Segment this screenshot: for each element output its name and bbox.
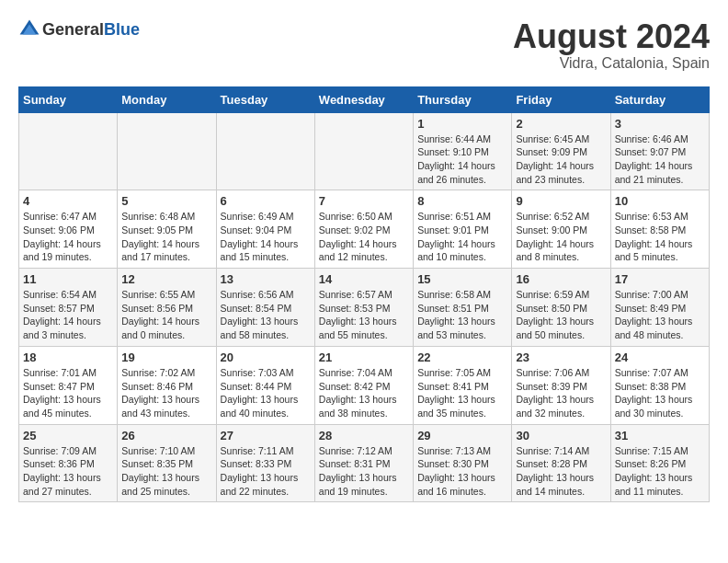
calendar-cell — [19, 112, 118, 190]
day-number: 26 — [121, 429, 211, 442]
day-number: 12 — [121, 272, 211, 286]
day-info: Sunrise: 6:57 AM Sunset: 8:53 PM Dayligh… — [319, 288, 409, 342]
day-number: 31 — [615, 429, 705, 442]
logo-blue: Blue — [104, 20, 140, 39]
day-info: Sunrise: 7:11 AM Sunset: 8:33 PM Dayligh… — [221, 444, 311, 499]
calendar-cell: 30Sunrise: 7:14 AM Sunset: 8:28 PM Dayli… — [512, 424, 610, 502]
day-number: 19 — [121, 350, 211, 364]
calendar-cell: 24Sunrise: 7:07 AM Sunset: 8:38 PM Dayli… — [610, 346, 709, 424]
column-header-thursday: Thursday — [414, 86, 512, 112]
day-number: 3 — [615, 117, 705, 131]
calendar-cell: 7Sunrise: 6:50 AM Sunset: 9:02 PM Daylig… — [314, 190, 413, 269]
day-number: 23 — [516, 350, 606, 364]
day-number: 18 — [23, 350, 113, 364]
calendar-cell: 4Sunrise: 6:47 AM Sunset: 9:06 PM Daylig… — [19, 190, 118, 269]
day-number: 25 — [23, 429, 113, 442]
calendar-cell — [314, 112, 413, 190]
calendar-table: SundayMondayTuesdayWednesdayThursdayFrid… — [18, 86, 710, 503]
calendar-cell: 18Sunrise: 7:01 AM Sunset: 8:47 PM Dayli… — [19, 346, 118, 424]
day-number: 17 — [615, 272, 705, 286]
calendar-cell: 5Sunrise: 6:48 AM Sunset: 9:05 PM Daylig… — [118, 190, 216, 269]
day-number: 21 — [319, 350, 409, 364]
calendar-cell: 19Sunrise: 7:02 AM Sunset: 8:46 PM Dayli… — [118, 346, 216, 424]
calendar-cell: 15Sunrise: 6:58 AM Sunset: 8:51 PM Dayli… — [414, 269, 512, 347]
day-info: Sunrise: 6:48 AM Sunset: 9:05 PM Dayligh… — [121, 210, 211, 264]
title-block: August 2024 Vidra, Catalonia, Spain — [513, 18, 710, 72]
calendar-cell: 26Sunrise: 7:10 AM Sunset: 8:35 PM Dayli… — [118, 424, 216, 502]
day-info: Sunrise: 6:50 AM Sunset: 9:02 PM Dayligh… — [319, 210, 409, 264]
column-header-friday: Friday — [512, 86, 610, 112]
calendar-cell: 8Sunrise: 6:51 AM Sunset: 9:01 PM Daylig… — [414, 190, 512, 269]
day-info: Sunrise: 6:49 AM Sunset: 9:04 PM Dayligh… — [221, 210, 311, 264]
calendar-cell: 10Sunrise: 6:53 AM Sunset: 8:58 PM Dayli… — [610, 190, 709, 269]
column-header-saturday: Saturday — [610, 86, 709, 112]
calendar-cell: 20Sunrise: 7:03 AM Sunset: 8:44 PM Dayli… — [216, 346, 314, 424]
day-info: Sunrise: 6:47 AM Sunset: 9:06 PM Dayligh… — [23, 210, 113, 264]
day-info: Sunrise: 7:06 AM Sunset: 8:39 PM Dayligh… — [516, 366, 606, 420]
day-number: 2 — [516, 117, 606, 131]
day-info: Sunrise: 6:52 AM Sunset: 9:00 PM Dayligh… — [516, 210, 606, 264]
calendar-cell: 28Sunrise: 7:12 AM Sunset: 8:31 PM Dayli… — [314, 424, 413, 502]
calendar-cell: 11Sunrise: 6:54 AM Sunset: 8:57 PM Dayli… — [19, 269, 118, 347]
logo-icon — [18, 18, 40, 40]
day-number: 5 — [121, 194, 211, 208]
calendar-cell: 3Sunrise: 6:46 AM Sunset: 9:07 PM Daylig… — [610, 112, 709, 190]
day-info: Sunrise: 6:55 AM Sunset: 8:56 PM Dayligh… — [121, 288, 211, 342]
calendar-cell: 16Sunrise: 6:59 AM Sunset: 8:50 PM Dayli… — [512, 269, 610, 347]
calendar-cell — [216, 112, 314, 190]
calendar-cell: 21Sunrise: 7:04 AM Sunset: 8:42 PM Dayli… — [314, 346, 413, 424]
day-number: 7 — [319, 194, 409, 208]
column-header-sunday: Sunday — [19, 86, 118, 112]
day-number: 9 — [516, 194, 606, 208]
calendar-header-row: SundayMondayTuesdayWednesdayThursdayFrid… — [19, 86, 710, 112]
day-number: 13 — [221, 272, 311, 286]
day-info: Sunrise: 7:03 AM Sunset: 8:44 PM Dayligh… — [221, 366, 311, 420]
day-number: 11 — [23, 272, 113, 286]
calendar-week-row: 1Sunrise: 6:44 AM Sunset: 9:10 PM Daylig… — [19, 112, 710, 190]
day-info: Sunrise: 7:02 AM Sunset: 8:46 PM Dayligh… — [121, 366, 211, 420]
calendar-cell — [118, 112, 216, 190]
calendar-cell: 27Sunrise: 7:11 AM Sunset: 8:33 PM Dayli… — [216, 424, 314, 502]
calendar-cell: 25Sunrise: 7:09 AM Sunset: 8:36 PM Dayli… — [19, 424, 118, 502]
calendar-cell: 17Sunrise: 7:00 AM Sunset: 8:49 PM Dayli… — [610, 269, 709, 347]
day-info: Sunrise: 6:56 AM Sunset: 8:54 PM Dayligh… — [221, 288, 311, 342]
location: Vidra, Catalonia, Spain — [513, 55, 710, 72]
calendar-cell: 29Sunrise: 7:13 AM Sunset: 8:30 PM Dayli… — [414, 424, 512, 502]
calendar-week-row: 25Sunrise: 7:09 AM Sunset: 8:36 PM Dayli… — [19, 424, 710, 502]
day-number: 30 — [516, 429, 606, 442]
calendar-cell: 9Sunrise: 6:52 AM Sunset: 9:00 PM Daylig… — [512, 190, 610, 269]
calendar-week-row: 18Sunrise: 7:01 AM Sunset: 8:47 PM Dayli… — [19, 346, 710, 424]
calendar-cell: 6Sunrise: 6:49 AM Sunset: 9:04 PM Daylig… — [216, 190, 314, 269]
day-info: Sunrise: 7:14 AM Sunset: 8:28 PM Dayligh… — [516, 444, 606, 499]
day-number: 24 — [615, 350, 705, 364]
calendar-cell: 31Sunrise: 7:15 AM Sunset: 8:26 PM Dayli… — [610, 424, 709, 502]
day-info: Sunrise: 6:59 AM Sunset: 8:50 PM Dayligh… — [516, 288, 606, 342]
calendar-cell: 12Sunrise: 6:55 AM Sunset: 8:56 PM Dayli… — [118, 269, 216, 347]
calendar-cell: 14Sunrise: 6:57 AM Sunset: 8:53 PM Dayli… — [314, 269, 413, 347]
day-number: 28 — [319, 429, 409, 442]
calendar-cell: 2Sunrise: 6:45 AM Sunset: 9:09 PM Daylig… — [512, 112, 610, 190]
day-info: Sunrise: 7:12 AM Sunset: 8:31 PM Dayligh… — [319, 444, 409, 499]
day-info: Sunrise: 7:01 AM Sunset: 8:47 PM Dayligh… — [23, 366, 113, 420]
calendar-week-row: 11Sunrise: 6:54 AM Sunset: 8:57 PM Dayli… — [19, 269, 710, 347]
day-number: 1 — [417, 117, 507, 131]
day-info: Sunrise: 6:54 AM Sunset: 8:57 PM Dayligh… — [23, 288, 113, 342]
day-number: 14 — [319, 272, 409, 286]
day-info: Sunrise: 6:44 AM Sunset: 9:10 PM Dayligh… — [417, 132, 507, 187]
page-header: GeneralBlue August 2024 Vidra, Catalonia… — [18, 18, 710, 72]
day-info: Sunrise: 7:10 AM Sunset: 8:35 PM Dayligh… — [121, 444, 211, 499]
day-number: 15 — [417, 272, 507, 286]
day-info: Sunrise: 7:15 AM Sunset: 8:26 PM Dayligh… — [615, 444, 705, 499]
day-info: Sunrise: 6:58 AM Sunset: 8:51 PM Dayligh… — [417, 288, 507, 342]
day-info: Sunrise: 7:13 AM Sunset: 8:30 PM Dayligh… — [417, 444, 507, 499]
day-info: Sunrise: 7:09 AM Sunset: 8:36 PM Dayligh… — [23, 444, 113, 499]
day-number: 4 — [23, 194, 113, 208]
day-info: Sunrise: 6:45 AM Sunset: 9:09 PM Dayligh… — [516, 132, 606, 187]
calendar-cell: 1Sunrise: 6:44 AM Sunset: 9:10 PM Daylig… — [414, 112, 512, 190]
day-info: Sunrise: 6:51 AM Sunset: 9:01 PM Dayligh… — [417, 210, 507, 264]
day-info: Sunrise: 7:00 AM Sunset: 8:49 PM Dayligh… — [615, 288, 705, 342]
day-number: 22 — [417, 350, 507, 364]
month-year: August 2024 — [513, 18, 710, 55]
logo: GeneralBlue — [18, 18, 140, 40]
day-number: 16 — [516, 272, 606, 286]
